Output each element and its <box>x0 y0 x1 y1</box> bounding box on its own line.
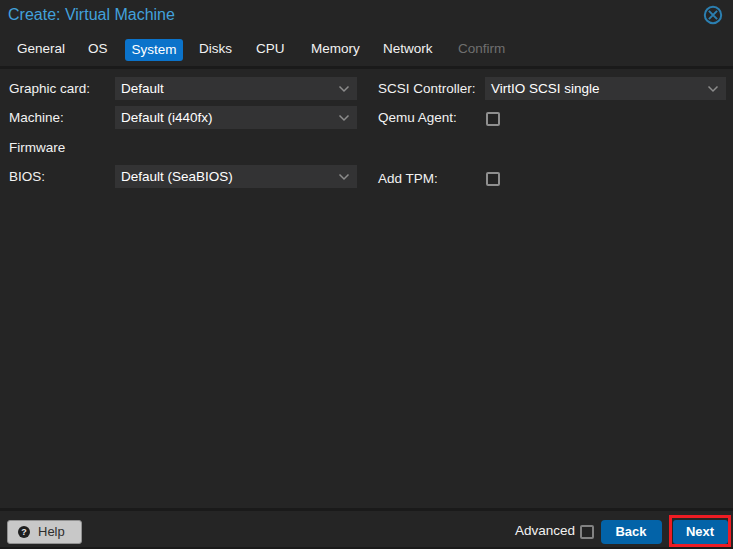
svg-text:?: ? <box>21 527 27 537</box>
